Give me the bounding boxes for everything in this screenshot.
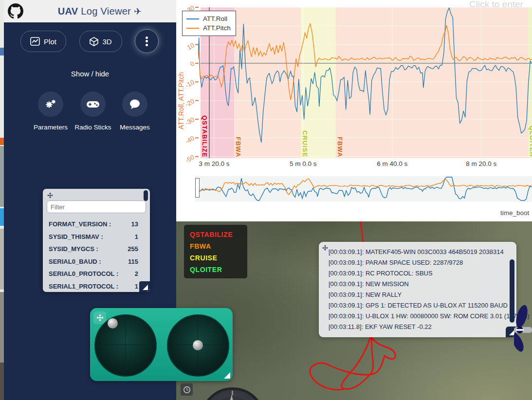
showhide-label: Messages (106, 124, 164, 131)
x-axis-title: time_boot (500, 209, 529, 217)
map-mode-qloiter: QLOITER (190, 264, 247, 275)
message-row: [00:03:11.8]: EKF YAW RESET -0.22 (329, 323, 432, 330)
right-stick-ball[interactable] (193, 340, 203, 350)
range-slider-handle[interactable] (195, 178, 200, 198)
message-row: [00:03:09.1]: GPS 1: DETECTED AS U-BLOX … (329, 302, 508, 309)
app-header: UAV Log Viewer ✈ (4, 0, 176, 22)
plot-button-label: Plot (44, 37, 56, 46)
showhide-button-messages[interactable] (122, 91, 147, 117)
chat-icon (129, 99, 141, 109)
gamepad-icon (87, 100, 99, 109)
sliver-fragment (0, 208, 4, 226)
param-row: SYSID_MYGCS :255 (49, 243, 138, 255)
sliver-fragment (0, 146, 4, 207)
message-row: [00:03:09.1]: NEW RALLY (329, 291, 402, 298)
left-stick[interactable] (94, 314, 157, 377)
range-slider-lines (176, 0, 532, 221)
param-row: SERIAL1_PROTOCOL :1 (49, 280, 138, 292)
joystick-resize-handle[interactable] (224, 372, 230, 379)
param-row: FORMAT_VERSION :13 (49, 218, 138, 230)
threed-button-label: 3D (102, 37, 111, 46)
sliver-fragment (0, 229, 4, 290)
clock-button[interactable] (180, 383, 193, 396)
messages-panel: [00:03:09.1]: MATEKF405-WIN 003C0033 464… (319, 242, 516, 337)
param-row: SERIAL0_PROTOCOL :2 (49, 268, 138, 280)
sliver-fragment (0, 363, 4, 400)
aircraft-propeller (514, 302, 532, 360)
param-name: SERIAL1_PROTOCOL : (49, 283, 118, 290)
radio-sticks-widget (90, 308, 233, 381)
message-row: [00:03:09.1]: RC PROTOCOL: SBUS (329, 270, 433, 277)
param-value: 115 (128, 258, 138, 265)
plane-icon: ✈ (134, 6, 142, 17)
showhide-button-parameters[interactable] (38, 91, 63, 117)
page-title: UAV Log Viewer ✈ (23, 6, 176, 17)
move-icon (96, 314, 104, 322)
param-name: SYSID_THISMAV : (49, 233, 103, 240)
param-row: SERIAL0_BAUD :115 (49, 255, 138, 268)
line-chart-icon (30, 37, 40, 46)
threed-button[interactable]: 3D (79, 31, 122, 52)
kebab-menu-icon (146, 35, 148, 47)
gears-icon (45, 99, 56, 109)
title-uav: UAV (58, 6, 78, 17)
left-stick-ball[interactable] (108, 318, 118, 328)
cube-icon (90, 37, 98, 46)
right-stick[interactable] (167, 314, 229, 377)
sliver-fragment (0, 48, 4, 55)
showhide-button-radio-sticks[interactable] (80, 91, 106, 117)
param-name: SERIAL0_BAUD : (49, 258, 101, 265)
param-name: SYSID_MYGCS : (49, 245, 98, 253)
param-value: 1 (135, 283, 138, 290)
params-scrollbar-thumb[interactable] (144, 190, 148, 201)
param-name: FORMAT_VERSION : (49, 220, 111, 228)
message-row: [00:03:09.1]: MATEKF405-WIN 003C0033 464… (329, 248, 504, 255)
github-icon[interactable] (8, 3, 23, 19)
background-window-sliver (0, 0, 4, 400)
map-mode-fbwa: FBWA (190, 240, 247, 252)
param-row: SYSID_THISMAV :1 (49, 231, 138, 243)
param-value: 1 (135, 233, 138, 240)
param-value: 255 (128, 245, 138, 253)
filter-input[interactable] (47, 200, 146, 213)
param-value: 2 (135, 270, 138, 277)
params-resize-handle[interactable] (139, 281, 150, 292)
compass-needle-icon (221, 395, 240, 400)
message-row: [00:03:09.1]: NEW MISSION (329, 280, 409, 288)
message-row: [00:03:09.1]: U-BLOX 1 HW: 00080000 SW: … (329, 312, 530, 320)
title-rest: Log Viewer (78, 6, 131, 17)
flight-mode-legend: QSTABILIZEFBWACRUISEQLOITER (184, 225, 247, 278)
clock-icon (183, 386, 191, 394)
map-mode-qstabilize: QSTABILIZE (190, 229, 247, 240)
sliver-fragment (0, 138, 4, 145)
move-icon[interactable] (46, 191, 55, 200)
param-name: SERIAL0_PROTOCOL : (49, 270, 118, 277)
showhide-heading: Show / hide (4, 70, 176, 78)
plot-button[interactable]: Plot (20, 31, 66, 52)
map-mode-cruise: CRUISE (190, 252, 247, 264)
message-row: [00:03:09.1]: PARAM SPACE USED: 2287/972… (329, 259, 463, 266)
kebab-menu-button[interactable] (135, 29, 159, 53)
sliver-fragment (0, 292, 4, 363)
param-value: 13 (131, 220, 138, 228)
plot-panel: Click to enter QSTABILIZEFBWACRUISEFBWAQ… (176, 0, 532, 221)
parameters-panel: FORMAT_VERSION :13SYSID_THISMAV :1SYSID_… (43, 189, 150, 292)
